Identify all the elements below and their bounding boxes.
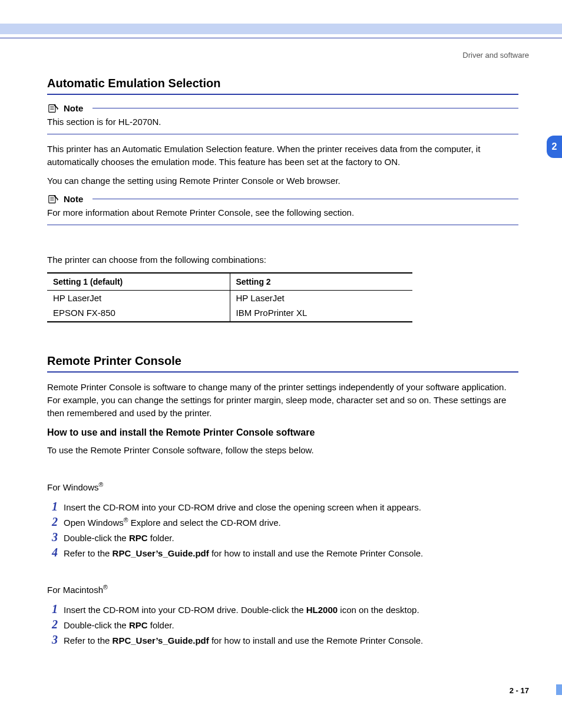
note-block-1: Note This section is for HL-2070N. bbox=[47, 103, 518, 134]
body-paragraph: This printer has an Automatic Emulation … bbox=[47, 143, 518, 169]
note-text: This section is for HL-2070N. bbox=[47, 116, 518, 128]
body-paragraph: You can change the setting using Remote … bbox=[47, 174, 518, 187]
step-number: 2 bbox=[47, 618, 58, 631]
step-item: 4Refer to the RPC_User’s_Guide.pdf for h… bbox=[47, 546, 518, 559]
note-label: Note bbox=[64, 194, 83, 204]
note-end-rule bbox=[47, 134, 518, 134]
windows-steps: 1Insert the CD-ROM into your CD-ROM driv… bbox=[47, 500, 518, 559]
step-text: Refer to the RPC_User’s_Guide.pdf for ho… bbox=[64, 634, 423, 647]
header-section-label: Driver and software bbox=[462, 51, 529, 60]
step-text: Open Windows® Explore and select the CD-… bbox=[64, 516, 281, 529]
table-header-cell: Setting 1 (default) bbox=[47, 273, 230, 291]
content-area: Automatic Emulation Selection Note This … bbox=[47, 77, 518, 653]
spacer bbox=[47, 463, 518, 475]
chapter-tab: 2 bbox=[547, 136, 562, 158]
footer-edge-marker bbox=[556, 684, 562, 695]
platform-label-windows: For Windows® bbox=[47, 480, 518, 494]
table-row: EPSON FX-850 IBM ProPrinter XL bbox=[47, 305, 412, 322]
table-header-row: Setting 1 (default) Setting 2 bbox=[47, 273, 412, 291]
step-text: Double-click the RPC folder. bbox=[64, 619, 174, 631]
step-text: Refer to the RPC_User’s_Guide.pdf for ho… bbox=[64, 547, 423, 559]
step-number: 1 bbox=[47, 500, 58, 513]
settings-table: Setting 1 (default) Setting 2 HP LaserJe… bbox=[47, 272, 412, 322]
subsection-heading: How to use and install the Remote Printe… bbox=[47, 427, 518, 438]
table-cell: EPSON FX-850 bbox=[47, 305, 230, 322]
step-number: 4 bbox=[47, 546, 58, 559]
step-text: Insert the CD-ROM into your CD-ROM drive… bbox=[64, 501, 421, 513]
header-rule bbox=[0, 38, 562, 38]
body-paragraph: To use the Remote Printer Console softwa… bbox=[47, 444, 518, 457]
note-block-2: Note For more information about Remote P… bbox=[47, 194, 518, 225]
mac-steps: 1Insert the CD-ROM into your CD-ROM driv… bbox=[47, 602, 518, 647]
page-container: Driver and software 2 Automatic Emulatio… bbox=[0, 0, 562, 728]
svg-rect-0 bbox=[49, 104, 55, 112]
note-icon bbox=[47, 195, 59, 204]
step-number: 3 bbox=[47, 531, 58, 544]
spacer bbox=[47, 326, 518, 354]
table-cell: HP LaserJet bbox=[47, 291, 230, 306]
note-rule bbox=[92, 108, 518, 108]
step-text: Double-click the RPC folder. bbox=[64, 532, 174, 544]
table-cell: HP LaserJet bbox=[230, 291, 412, 306]
table-row: HP LaserJet HP LaserJet bbox=[47, 291, 412, 306]
body-paragraph: Remote Printer Console is software to ch… bbox=[47, 381, 518, 419]
step-item: 2Double-click the RPC folder. bbox=[47, 618, 518, 631]
header-band bbox=[0, 24, 562, 34]
step-number: 2 bbox=[47, 515, 58, 529]
body-paragraph: The printer can choose from the followin… bbox=[47, 253, 518, 266]
note-label: Note bbox=[64, 103, 83, 113]
note-end-rule bbox=[47, 225, 518, 225]
step-item: 3Refer to the RPC_User’s_Guide.pdf for h… bbox=[47, 633, 518, 647]
spacer bbox=[47, 233, 518, 248]
section-heading-1: Automatic Emulation Selection bbox=[47, 77, 518, 95]
page-number: 2 - 17 bbox=[510, 686, 529, 695]
note-icon bbox=[47, 104, 59, 113]
step-number: 1 bbox=[47, 602, 58, 616]
table-header-cell: Setting 2 bbox=[230, 273, 412, 291]
step-item: 2Open Windows® Explore and select the CD… bbox=[47, 515, 518, 529]
step-item: 1Insert the CD-ROM into your CD-ROM driv… bbox=[47, 500, 518, 513]
step-item: 3Double-click the RPC folder. bbox=[47, 531, 518, 544]
section-heading-2: Remote Printer Console bbox=[47, 354, 518, 373]
table-cell: IBM ProPrinter XL bbox=[230, 305, 412, 322]
platform-label-mac: For Macintosh® bbox=[47, 583, 518, 597]
note-text: For more information about Remote Printe… bbox=[47, 206, 518, 219]
step-item: 1Insert the CD-ROM into your CD-ROM driv… bbox=[47, 602, 518, 616]
step-number: 3 bbox=[47, 633, 58, 647]
spacer bbox=[47, 565, 518, 577]
svg-rect-4 bbox=[49, 195, 55, 203]
step-text: Insert the CD-ROM into your CD-ROM drive… bbox=[64, 604, 419, 616]
note-rule bbox=[92, 199, 518, 199]
